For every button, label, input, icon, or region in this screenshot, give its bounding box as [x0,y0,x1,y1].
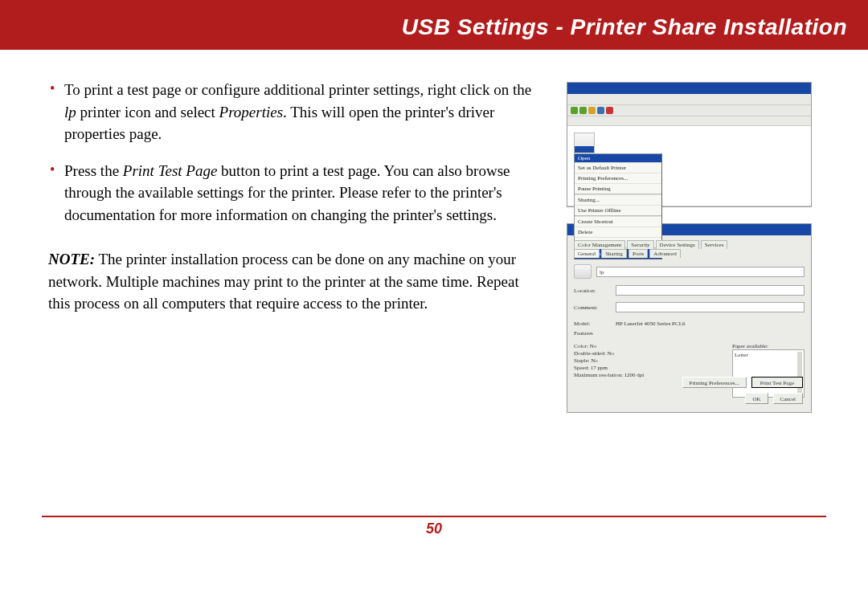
features-label: Features [574,330,805,337]
location-input [616,285,805,296]
dialog-tab: Advanced [649,249,680,258]
context-menu-item: Create Shortcut [575,216,661,227]
dialog-tab-active: General [574,249,600,258]
context-menu-item: Printing Preferences... [575,173,661,183]
paper-label: Paper available: [732,343,805,349]
window-client-area: Open Set as Default Printer Printing Pre… [567,126,811,206]
name-input: lp [596,267,805,277]
dialog-tab: Ports [628,249,648,258]
model-value: HP LaserJet 4050 Series PCL6 [616,320,685,327]
dialog-body: Color Management Security Device Setting… [567,235,811,412]
comment-input [616,302,805,312]
toolbar-icon [588,107,596,114]
features-box: Color: No Double-sided: No Staple: No Sp… [574,343,805,398]
feature-list: Color: No Double-sided: No Staple: No Sp… [574,343,727,398]
printing-preferences-button: Printing Preferences... [682,377,747,388]
text: Press the [64,162,123,179]
paper-group: Paper available: Letter [732,343,805,398]
header-title: USB Settings - Printer Share Installatio… [402,14,847,39]
toolbar-icon [606,107,613,114]
note-paragraph: NOTE: The printer installation process c… [48,248,542,315]
name-row: lp [574,264,805,279]
dialog-tabs-row: Color Management Security Device Setting… [574,240,805,249]
ok-button: OK [745,393,768,404]
paper-value: Letter [733,350,804,360]
cancel-button: Cancel [773,393,803,404]
text: To print a test page or configure additi… [64,81,531,98]
dialog-tabs-row: General Sharing Ports Advanced [574,249,805,258]
print-test-page-button: Print Test Page [751,377,803,388]
italic-text: Properties [219,104,284,120]
comment-label: Comment: [574,304,611,311]
body: To print a test page or configure additi… [0,50,868,508]
context-menu-item: Set as Default Printer [575,162,661,173]
note-label: NOTE: [48,251,95,267]
toolbar-icon [571,107,578,114]
context-menu-header: Open [575,154,661,162]
text-column: To print a test page or configure additi… [48,79,542,508]
model-label: Model: [574,320,611,327]
text: printer icon and select [76,104,219,120]
feature-line: Color: No [574,343,727,350]
dialog-tab: Services [701,240,728,249]
feature-line: Double-sided: No [574,350,727,357]
screenshot-printers-window: Open Set as Default Printer Printing Pre… [567,82,812,207]
bullet-list: To print a test page or configure additi… [48,79,542,226]
window-toolbar [567,105,811,116]
feature-line: Staple: No [574,357,727,365]
bullet-item: To print a test page or configure additi… [48,79,542,145]
note-text: The printer installation process can be … [48,251,519,312]
location-label: Location: [574,288,611,294]
dialog-tab: Security [627,240,653,249]
printer-icon [574,133,595,155]
window-addressbar [567,116,811,126]
comment-row: Comment: [574,302,805,312]
document-page: USB Settings - Printer Share Installatio… [0,0,868,600]
window-titlebar [567,83,811,94]
context-menu-item: Pause Printing [575,183,661,194]
italic-text: lp [64,104,76,120]
toolbar-icon [579,107,587,114]
screenshot-properties-dialog: Color Management Security Device Setting… [567,223,812,413]
dialog-buttons-upper: Printing Preferences... Print Test Page [682,377,803,388]
context-menu-item: Sharing... [575,194,661,205]
italic-text: Print Test Page [123,162,218,179]
page-header: USB Settings - Printer Share Installatio… [0,0,868,50]
feature-line: Speed: 17 ppm [574,365,727,372]
context-menu-item: Use Printer Offline [575,205,661,215]
dialog-tab: Color Management [574,240,625,249]
dialog-tab: Sharing [601,249,627,258]
footer-divider [42,516,826,517]
dialog-tab: Device Settings [656,240,699,249]
printer-glyph-icon [574,264,592,279]
screenshot-column: Open Set as Default Printer Printing Pre… [567,79,812,508]
dialog-buttons-lower: OK Cancel [745,393,803,404]
bullet-item: Press the Print Test Page button to prin… [48,160,542,227]
paper-listbox: Letter [732,349,805,398]
window-menubar [567,94,811,105]
page-number: 50 [0,520,868,537]
toolbar-icon [597,107,604,114]
location-row: Location: [574,285,805,296]
model-row: Model: HP LaserJet 4050 Series PCL6 [574,320,805,327]
